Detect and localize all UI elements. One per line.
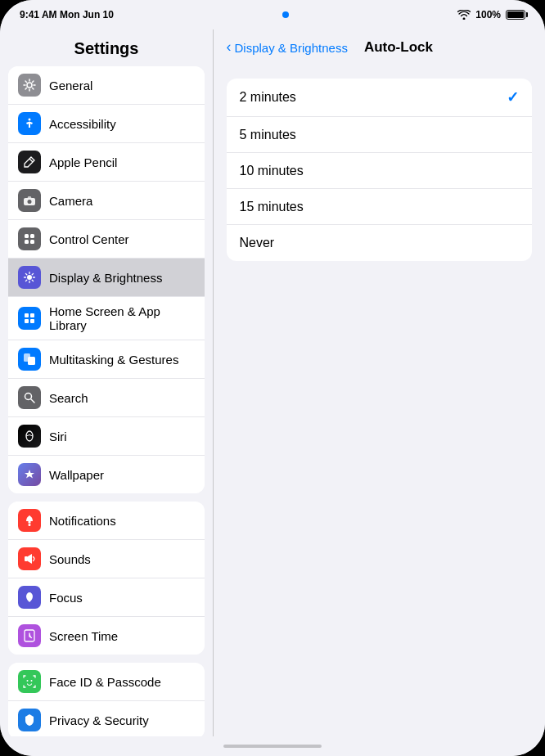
option-10min-label: 10 minutes <box>240 164 304 178</box>
sidebar-item-notifications[interactable]: Notifications <box>8 502 205 540</box>
apple-pencil-label: Apple Pencil <box>49 155 117 169</box>
sidebar-item-multitasking[interactable]: Multitasking & Gestures <box>8 340 205 379</box>
svg-rect-10 <box>30 313 34 317</box>
auto-lock-options: 2 minutes ✓ 5 minutes 10 minutes 15 minu… <box>227 79 533 261</box>
accessibility-label: Accessibility <box>49 117 116 131</box>
wallpaper-icon <box>18 463 41 486</box>
screen-time-label: Screen Time <box>49 629 118 643</box>
privacy-label: Privacy & Security <box>49 713 149 727</box>
sounds-label: Sounds <box>49 552 91 566</box>
option-never[interactable]: Never <box>227 225 533 261</box>
notifications-icon <box>18 509 41 532</box>
sidebar-title: Settings <box>0 29 213 66</box>
battery-percentage: 100% <box>475 9 501 20</box>
svg-point-21 <box>27 680 29 682</box>
svg-rect-17 <box>29 521 31 524</box>
back-button[interactable]: ‹ Display & Brightness <box>227 39 348 56</box>
main-layout: Settings General <box>0 29 545 736</box>
multitasking-icon <box>18 348 41 371</box>
siri-icon <box>18 425 41 448</box>
option-never-label: Never <box>240 236 275 250</box>
sidebar-item-apple-pencil[interactable]: Apple Pencil <box>8 143 205 182</box>
home-indicator <box>0 736 545 756</box>
wallpaper-label: Wallpaper <box>49 468 104 482</box>
status-time-date: 9:41 AM Mon Jun 10 <box>20 9 114 20</box>
svg-rect-4 <box>25 234 29 238</box>
privacy-icon <box>18 709 41 731</box>
svg-point-1 <box>29 119 31 121</box>
back-chevron-icon: ‹ <box>227 38 232 56</box>
general-icon <box>18 74 41 97</box>
home-indicator-bar <box>223 745 322 748</box>
option-2min-checkmark: ✓ <box>507 88 519 106</box>
sidebar-item-camera[interactable]: Camera <box>8 182 205 220</box>
right-content: 2 minutes ✓ 5 minutes 10 minutes 15 minu… <box>214 65 546 736</box>
svg-point-22 <box>31 680 33 682</box>
svg-rect-7 <box>30 240 34 244</box>
face-id-icon <box>18 670 41 693</box>
option-15min-label: 15 minutes <box>240 200 304 214</box>
sidebar-item-face-id[interactable]: Face ID & Passcode <box>8 663 205 701</box>
svg-point-15 <box>25 394 32 400</box>
option-10min[interactable]: 10 minutes <box>227 153 533 189</box>
face-id-label: Face ID & Passcode <box>49 675 161 689</box>
display-brightness-icon <box>18 266 41 289</box>
option-5min-label: 5 minutes <box>240 128 296 142</box>
svg-point-8 <box>27 275 32 280</box>
svg-rect-12 <box>30 319 34 323</box>
wifi-icon <box>457 10 471 20</box>
accessibility-icon <box>18 112 41 135</box>
svg-rect-9 <box>25 313 29 317</box>
option-2min[interactable]: 2 minutes ✓ <box>227 79 533 117</box>
sidebar-item-focus[interactable]: Focus <box>8 578 205 617</box>
svg-rect-6 <box>25 240 29 244</box>
multitasking-label: Multitasking & Gestures <box>49 353 178 367</box>
svg-point-0 <box>27 83 32 88</box>
siri-label: Siri <box>49 430 67 443</box>
sidebar: Settings General <box>0 29 213 736</box>
sounds-icon <box>18 547 41 570</box>
right-panel-title: Auto-Lock <box>364 39 433 56</box>
option-5min[interactable]: 5 minutes <box>227 117 533 153</box>
sidebar-item-siri[interactable]: Siri <box>8 417 205 456</box>
svg-point-16 <box>26 431 33 441</box>
sidebar-item-screen-time[interactable]: Screen Time <box>8 617 205 655</box>
sidebar-item-search[interactable]: Search <box>8 379 205 417</box>
sidebar-content: General Accessibility <box>0 66 213 736</box>
sidebar-item-display-brightness[interactable]: Display & Brightness <box>8 259 205 297</box>
sidebar-item-accessibility[interactable]: Accessibility <box>8 105 205 143</box>
device-frame: 9:41 AM Mon Jun 10 100% Settings <box>0 0 545 756</box>
control-center-icon <box>18 227 41 250</box>
right-panel: ‹ Display & Brightness Auto-Lock 2 minut… <box>214 29 546 736</box>
sidebar-item-wallpaper[interactable]: Wallpaper <box>8 456 205 493</box>
status-center-dot <box>282 11 289 18</box>
sidebar-item-general[interactable]: General <box>8 66 205 105</box>
focus-icon <box>18 586 41 609</box>
display-brightness-label: Display & Brightness <box>49 271 162 285</box>
camera-icon <box>18 189 41 212</box>
control-center-label: Control Center <box>49 232 129 246</box>
battery-icon <box>506 10 525 20</box>
sidebar-item-home-screen[interactable]: Home Screen & App Library <box>8 297 205 340</box>
notifications-label: Notifications <box>49 514 116 528</box>
settings-group-3: Face ID & Passcode Privacy & Security <box>8 663 205 736</box>
sidebar-item-privacy[interactable]: Privacy & Security <box>8 701 205 736</box>
home-screen-icon <box>18 307 41 330</box>
status-bar: 9:41 AM Mon Jun 10 100% <box>0 0 545 29</box>
option-15min[interactable]: 15 minutes <box>227 189 533 225</box>
sidebar-item-control-center[interactable]: Control Center <box>8 220 205 259</box>
settings-group-1: General Accessibility <box>8 66 205 493</box>
svg-point-18 <box>29 524 31 526</box>
status-right: 100% <box>457 9 525 20</box>
settings-group-2: Notifications Sounds <box>8 502 205 655</box>
sidebar-item-sounds[interactable]: Sounds <box>8 540 205 578</box>
home-screen-label: Home Screen & App Library <box>49 304 195 332</box>
search-label: Search <box>49 391 88 405</box>
camera-label: Camera <box>49 194 92 208</box>
apple-pencil-icon <box>18 151 41 173</box>
option-2min-label: 2 minutes <box>240 90 296 105</box>
back-label[interactable]: Display & Brightness <box>235 41 348 55</box>
svg-rect-19 <box>25 556 28 561</box>
svg-rect-5 <box>30 234 34 238</box>
search-icon <box>18 386 41 409</box>
